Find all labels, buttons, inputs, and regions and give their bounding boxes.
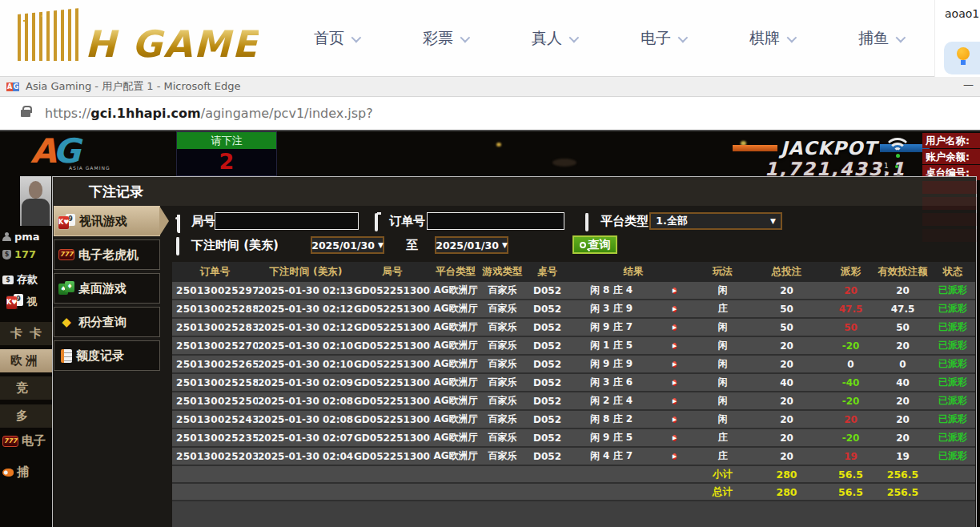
table-row: 2501300252037802025-01-30 02:04:10GD0522…	[172, 448, 975, 466]
cell-total-bet: 20	[749, 359, 825, 370]
cell-status: 已派彩	[929, 320, 977, 334]
cell-total-bet: 20	[749, 396, 825, 407]
main-nav: 首页 彩票 真人 电子 棋牌 捕鱼	[314, 0, 903, 77]
cell-bet-time: 2025-01-30 02:13:32	[258, 285, 354, 296]
cell-platform: AG欧洲厅	[431, 320, 480, 334]
sidebar-item-table-games[interactable]: ♠♦ 桌面游戏	[54, 273, 160, 304]
sidebar-item-points[interactable]: ◆ 积分查询	[54, 307, 160, 337]
cell-platform: AG欧洲厅	[431, 394, 480, 408]
cell-play-type: 闲	[697, 394, 749, 408]
cell-bet-time: 2025-01-30 02:04:10	[258, 451, 354, 462]
table-row: 2501300252584442025-01-30 02:09:36GD0522…	[172, 374, 975, 392]
date-to-select[interactable]: 2025/01/30 ▼	[435, 236, 508, 254]
cell-order: 250130025265392	[172, 359, 258, 370]
cell-round-id: GD052251300EI	[354, 432, 431, 444]
nav-item-cards[interactable]: 棋牌	[749, 28, 794, 49]
cell-status: 已派彩	[929, 339, 977, 352]
cell-valid-bet: 20	[877, 285, 929, 296]
sidebar-item-slots[interactable]: 777 电子老虎机	[54, 239, 160, 270]
cell-valid-bet: 20	[877, 340, 929, 352]
cell-result: 闲 1 庄 5	[570, 339, 653, 352]
play-cell: ▶	[653, 376, 697, 389]
hint-panel[interactable]	[944, 42, 980, 74]
cell-valid-bet: 0	[877, 359, 929, 370]
bg-username: pma	[2, 231, 54, 243]
order-input[interactable]	[427, 212, 564, 230]
round-input[interactable]	[215, 212, 359, 230]
nav-item-fishing[interactable]: 捕鱼	[858, 28, 903, 49]
table-games-icon: ♠♦	[58, 281, 74, 296]
play-video-button[interactable]: ▶	[673, 398, 677, 404]
cell-order: 250130025235880	[172, 432, 258, 444]
date-from-select[interactable]: 2025/01/30 ▼	[311, 236, 384, 254]
cell-table-no: D052	[524, 396, 570, 407]
header-right-panel: aoao1	[934, 0, 980, 77]
total-row: 总计 280 56.5 256.5	[172, 484, 975, 501]
cell-play-type: 闲	[697, 320, 749, 334]
play-video-button[interactable]: ▶	[673, 306, 677, 312]
play-video-button[interactable]: ▶	[673, 416, 677, 423]
nav-item-lottery[interactable]: 彩票	[423, 28, 468, 49]
cell-total-bet: 20	[749, 285, 825, 296]
countdown-number: 2	[177, 149, 276, 175]
dealer-photo	[20, 176, 51, 226]
logo-text: H GAME	[85, 28, 259, 61]
cell-round-id: GD052251300EM	[354, 359, 431, 370]
cell-platform: AG欧洲厅	[431, 284, 480, 297]
cell-table-no: D052	[524, 322, 570, 333]
cell-total-bet: 40	[749, 377, 825, 388]
cell-table-no: D052	[524, 304, 570, 315]
bg-balance: $177	[2, 248, 54, 260]
play-cell: ▶	[653, 357, 697, 371]
cell-platform: AG欧洲厅	[431, 357, 480, 371]
nav-item-live[interactable]: 真人	[532, 28, 576, 49]
nav-item-slots[interactable]: 电子	[641, 28, 685, 49]
play-video-button[interactable]: ▶	[673, 288, 677, 294]
cell-order: 250130025297433	[172, 285, 258, 296]
play-video-button[interactable]: ▶	[673, 324, 677, 331]
diamond-icon: ◆	[58, 315, 74, 329]
platform-list-icon	[585, 215, 588, 230]
dropdown-arrow-icon: ▼	[378, 241, 384, 249]
platform-select[interactable]: 1.全部 ▼	[649, 212, 782, 230]
table-header-row: 订单号 下注时间 (美东) 局号 平台类型 游戏类型 桌号 结果 玩法 总投注 …	[172, 262, 975, 282]
sidebar-item-quota[interactable]: 额度记录	[54, 340, 160, 371]
cell-valid-bet: 20	[877, 432, 929, 444]
money-bag-icon: $	[2, 250, 11, 259]
cell-order: 250130025283034	[172, 322, 258, 333]
bg-fishing-menu: 捕	[2, 465, 54, 480]
play-video-button[interactable]: ▶	[673, 380, 677, 386]
chevron-down-icon	[569, 32, 580, 42]
ag-logo: A G ASIA GAMING	[30, 135, 110, 175]
background-menu-ghost	[922, 197, 977, 210]
url-text[interactable]: https://gci.1hhapi.com/agingame/pcv1/ind…	[45, 106, 373, 121]
play-cell: ▶	[653, 431, 697, 445]
platform-label: 平台类型	[600, 214, 649, 229]
cell-game-type: 百家乐	[480, 449, 524, 463]
sidebar-item-video-games[interactable]: 9K♥ 视讯游戏	[54, 206, 160, 236]
cards-icon: 9K♥	[58, 214, 75, 229]
cell-total-bet: 20	[749, 340, 825, 352]
play-video-button[interactable]: ▶	[673, 343, 677, 349]
bet-time-label: 下注时间 (美东)	[191, 238, 279, 253]
person-icon	[2, 232, 11, 241]
play-video-button[interactable]: ▶	[673, 453, 677, 460]
play-video-button[interactable]: ▶	[673, 435, 677, 441]
clipboard-icon	[375, 215, 378, 230]
nav-item-home[interactable]: 首页	[314, 28, 359, 49]
cell-total-bet: 20	[749, 414, 825, 425]
cell-table-no: D052	[524, 340, 570, 352]
cell-total-bet: 20	[749, 432, 825, 444]
cell-game-type: 百家乐	[480, 394, 524, 408]
bg-menu-bar: 竞	[0, 376, 52, 400]
play-cell: ▶	[653, 412, 697, 426]
cell-bet-time: 2025-01-30 02:07:22	[258, 432, 354, 444]
fish-icon	[2, 469, 14, 477]
cell-result: 闲 9 庄 7	[570, 320, 653, 334]
minimize-button[interactable]: —	[963, 78, 974, 91]
play-cell: ▶	[653, 284, 697, 297]
cell-bet-time: 2025-01-30 02:08:50	[258, 396, 354, 407]
search-button[interactable]: 查询	[572, 235, 617, 254]
cards-icon: 9K♥	[6, 294, 23, 309]
play-video-button[interactable]: ▶	[673, 361, 677, 368]
